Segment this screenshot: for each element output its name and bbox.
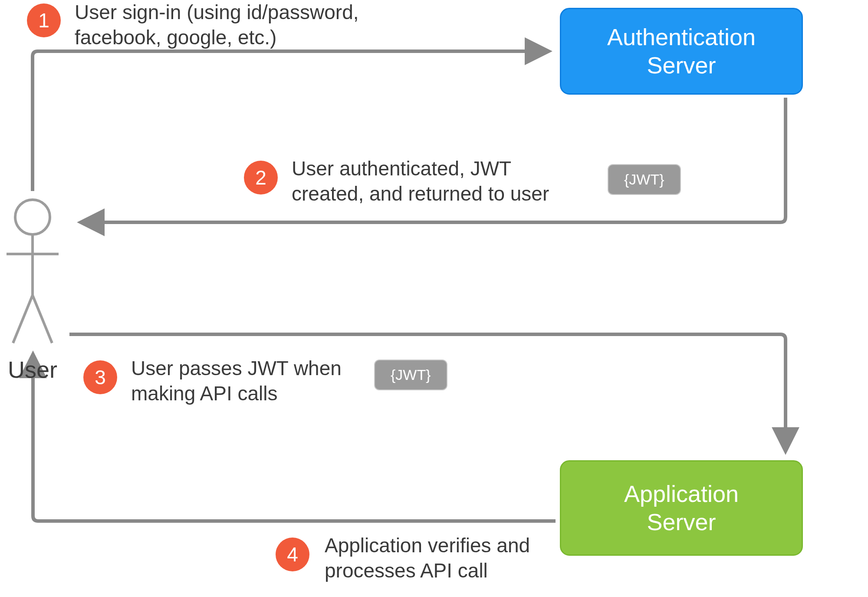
step-4-text: Application verifies and processes API c… [325,533,568,583]
user-icon [7,200,59,343]
step-3-badge: 3 [83,360,117,394]
step-2-number: 2 [255,166,266,189]
svg-point-0 [15,200,50,234]
step-4-number: 4 [287,543,298,566]
step-1-number: 1 [38,9,49,32]
authentication-server-box: Authentication Server [560,8,803,95]
step-2-badge: 2 [244,161,278,195]
step-1-badge: 1 [27,3,61,37]
svg-line-3 [13,295,33,343]
authentication-server-label: Authentication Server [607,23,756,79]
step-3-text: User passes JWT when making API calls [131,356,365,406]
application-server-box: Application Server [560,460,803,556]
step-4-badge: 4 [276,538,309,571]
jwt-flow-diagram: User Authentication Server Application S… [0,0,868,597]
step-3-number: 3 [95,366,106,389]
step-2-text: User authenticated, JWT created, and ret… [292,156,569,206]
svg-line-4 [33,295,52,343]
step-1-text: User sign-in (using id/password, faceboo… [75,0,431,50]
user-label: User [8,356,57,383]
application-server-label: Application Server [624,480,739,536]
jwt-token-step-2: {JWT} [608,164,681,195]
jwt-token-step-3: {JWT} [374,360,447,390]
